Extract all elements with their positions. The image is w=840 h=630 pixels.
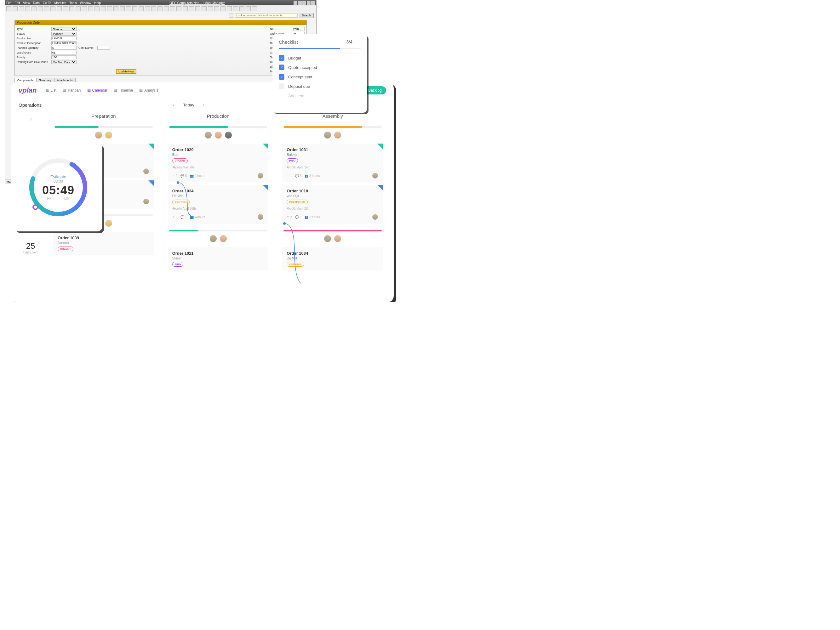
menu-modules[interactable]: Modules — [54, 1, 66, 5]
toolbar-icon[interactable] — [202, 6, 207, 11]
view-analysis[interactable]: ▦Analysis — [139, 88, 158, 93]
toolbar-icon[interactable] — [107, 6, 112, 11]
avatar[interactable] — [214, 131, 223, 139]
toolbar-icon[interactable] — [132, 6, 137, 11]
toolbar-icon[interactable] — [76, 6, 81, 11]
update-button[interactable]: Update Now — [116, 69, 136, 74]
field-input[interactable] — [51, 51, 77, 55]
search-button[interactable]: Search — [299, 13, 314, 18]
order-card[interactable]: Order 1031 Bakker PRIO �półki April 24th… — [282, 143, 383, 182]
view-calendar[interactable]: ▦Calendar — [87, 88, 108, 93]
toolbar-icon[interactable] — [164, 6, 169, 11]
avatar[interactable] — [219, 235, 227, 243]
toolbar-icon[interactable] — [88, 6, 93, 11]
toolbar-icon[interactable] — [19, 6, 24, 11]
assignee-avatar[interactable] — [372, 172, 379, 179]
checkbox[interactable] — [279, 83, 284, 89]
toolbar-icon[interactable] — [13, 6, 17, 11]
field-input[interactable] — [51, 41, 77, 45]
avatar[interactable] — [95, 131, 103, 139]
toolbar-icon[interactable] — [44, 6, 49, 11]
menu-view[interactable]: View — [23, 1, 30, 5]
toolbar-icon[interactable] — [114, 6, 118, 11]
order-card[interactable]: Order 1021 Visser PRIO — [168, 247, 268, 270]
toolbar-icon[interactable] — [176, 6, 182, 11]
toolbar-icon[interactable] — [139, 6, 144, 11]
toolbar-icon[interactable] — [32, 6, 36, 11]
toolbar-icon[interactable] — [6, 6, 11, 11]
toolbar-icon[interactable] — [120, 6, 125, 11]
field-input[interactable] — [97, 46, 110, 50]
menu-window[interactable]: Window — [80, 1, 92, 5]
assignee-avatar[interactable] — [257, 172, 264, 179]
prev-icon[interactable]: ‹ — [173, 102, 174, 107]
view-kanban[interactable]: ▦Kanban — [63, 88, 81, 93]
order-card[interactable]: Order 1039 Jansen URGENT — [53, 232, 154, 254]
toolbar-icon[interactable] — [214, 6, 219, 11]
checklist-item[interactable]: ✓ Budget — [279, 53, 361, 63]
toolbar-icon[interactable] — [57, 6, 62, 11]
avatar[interactable] — [324, 131, 332, 139]
field-input[interactable] — [51, 46, 77, 50]
toolbar-icon[interactable] — [151, 6, 156, 11]
order-card[interactable]: Order 1018 van Dijk POSTPONED �półki Apr… — [282, 185, 383, 224]
toolbar-icon[interactable] — [63, 6, 68, 11]
toolbar-icon[interactable] — [69, 6, 74, 11]
order-card[interactable]: Order 1029 Bos URGENT �półki May 7th ⇡ 2… — [168, 143, 268, 182]
toolbar-icon[interactable] — [51, 6, 55, 11]
toolbar-icon[interactable] — [126, 6, 131, 11]
toolbar-icon[interactable] — [208, 6, 213, 11]
toolbar-icon[interactable] — [239, 6, 245, 11]
menu-tools[interactable]: Tools — [69, 1, 77, 5]
field-input[interactable] — [292, 27, 305, 31]
toolbar-icon[interactable] — [95, 6, 99, 11]
timer-handle[interactable] — [32, 204, 38, 210]
order-card[interactable]: Order 1034 De Wit CONTROL �półki April 2… — [168, 185, 268, 224]
checkbox[interactable]: ✓ — [279, 65, 284, 70]
next-icon[interactable]: › — [203, 102, 204, 107]
toolbar-icon[interactable] — [252, 6, 257, 11]
view-list[interactable]: ▦List — [45, 88, 56, 93]
arrow-right-icon[interactable]: → — [355, 39, 361, 45]
assignee-avatar[interactable] — [143, 168, 150, 175]
toolbar-icon[interactable] — [158, 6, 163, 11]
toolbar-icon[interactable] — [227, 6, 232, 11]
avatar[interactable] — [209, 235, 217, 243]
search-input[interactable] — [235, 13, 298, 17]
avatar[interactable] — [333, 235, 342, 243]
order-card[interactable]: Order 1034 De Wit CONTROL — [282, 247, 383, 270]
assignee-avatar[interactable] — [143, 198, 150, 205]
avatar[interactable] — [224, 131, 232, 139]
field-input[interactable] — [51, 55, 77, 59]
toolbar-icon[interactable] — [221, 6, 226, 11]
assignee-avatar[interactable] — [257, 213, 264, 220]
checkbox[interactable]: ✓ — [279, 74, 284, 80]
toolbar-icon[interactable] — [195, 6, 200, 11]
toolbar-icon[interactable] — [38, 6, 43, 11]
avatar[interactable] — [333, 131, 342, 139]
shuffle-icon[interactable]: ⤭ — [15, 117, 46, 121]
toolbar-icon[interactable] — [25, 6, 30, 11]
toolbar-icon[interactable] — [183, 6, 188, 11]
field-input[interactable]: Planned — [51, 32, 77, 36]
assignee-avatar[interactable] — [372, 213, 379, 220]
toolbar-icon[interactable] — [101, 6, 106, 11]
menu-go to[interactable]: Go To — [43, 1, 51, 5]
window-controls[interactable] — [294, 1, 315, 5]
add-item[interactable]: Add item — [279, 91, 361, 98]
menu-edit[interactable]: Edit — [14, 1, 20, 5]
field-input[interactable] — [51, 36, 77, 40]
toolbar-icon[interactable] — [189, 6, 194, 11]
view-timeline[interactable]: ▦Timeline — [114, 88, 133, 93]
avatar[interactable] — [324, 235, 332, 243]
today-label[interactable]: Today — [183, 102, 194, 107]
checkbox[interactable]: ✓ — [279, 55, 284, 61]
menu-data[interactable]: Data — [33, 1, 40, 5]
checklist-item[interactable]: ✓ Quote accepted — [279, 63, 361, 72]
toolbar-icon[interactable] — [145, 6, 150, 11]
checklist-item[interactable]: ✓ Concept sent — [279, 72, 361, 82]
avatar[interactable] — [104, 131, 113, 139]
field-input[interactable]: On Start Date — [51, 60, 77, 64]
menu-help[interactable]: Help — [94, 1, 101, 5]
menu-file[interactable]: File — [6, 1, 11, 5]
